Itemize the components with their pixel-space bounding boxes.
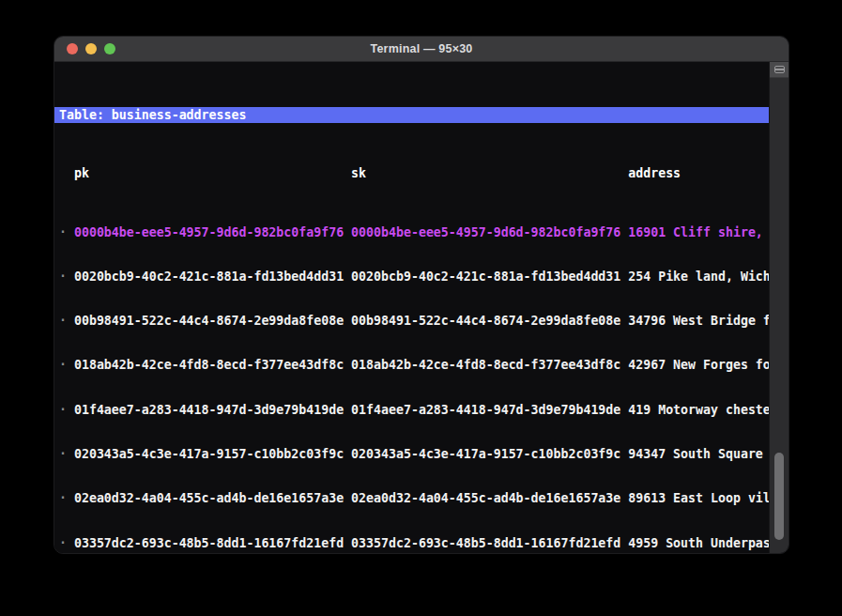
row-bullet: ·: [59, 446, 67, 462]
desktop-background: Terminal — 95×30 Table: business-address…: [0, 0, 842, 616]
traffic-lights: [67, 37, 115, 61]
window-titlebar[interactable]: Terminal — 95×30: [54, 37, 788, 62]
table-header-row: pk sk address: [54, 165, 769, 181]
row-bullet: ·: [59, 535, 67, 551]
row-address-cell: 419 Motorway cheste: [628, 402, 769, 418]
row-sk-cell: 01f4aee7-a283-4418-947d-3d9e79b419de: [351, 402, 620, 418]
row-pk-cell: 02ea0d32-4a04-455c-ad4b-de16e1657a3e: [74, 490, 344, 506]
row-pk-cell: 0000b4be-eee5-4957-9d6d-982bc0fa9f76: [74, 224, 344, 240]
table-row[interactable]: · 01f4aee7-a283-4418-947d-3d9e79b419de 0…: [54, 402, 769, 418]
table-row[interactable]: · 03357dc2-693c-48b5-8dd1-16167fd21efd 0…: [54, 535, 769, 551]
table-name-bar: Table: business-addresses: [54, 107, 769, 123]
row-pk-cell: 03357dc2-693c-48b5-8dd1-16167fd21efd: [74, 535, 344, 551]
row-address-cell: 89613 East Loop vil: [628, 490, 769, 506]
row-address-cell: 94347 South Square: [628, 446, 763, 462]
table-row[interactable]: · 0020bcb9-40c2-421c-881a-fd13bed4dd31 0…: [54, 269, 769, 285]
row-address-cell: 34796 West Bridge f: [628, 313, 769, 329]
row-pk-cell: 018ab42b-42ce-4fd8-8ecd-f377ee43df8c: [74, 357, 344, 373]
table-row[interactable]: · 020343a5-4c3e-417a-9157-c10bb2c03f9c 0…: [54, 446, 769, 462]
terminal-window: Terminal — 95×30 Table: business-address…: [54, 36, 789, 554]
row-bullet: ·: [59, 313, 67, 329]
row-sk-cell: 0000b4be-eee5-4957-9d6d-982bc0fa9f76: [351, 224, 620, 240]
split-pane-icon: [774, 66, 785, 73]
row-pk-cell: 0020bcb9-40c2-421c-881a-fd13bed4dd31: [74, 269, 344, 285]
column-header-address: address: [628, 165, 681, 181]
scrollbar-thumb[interactable]: [774, 453, 784, 540]
row-sk-cell: 0020bcb9-40c2-421c-881a-fd13bed4dd31: [351, 269, 620, 285]
row-bullet: ·: [59, 224, 67, 240]
row-bullet: ·: [59, 402, 67, 418]
terminal-screen: Table: business-addresses pk sk address …: [54, 62, 769, 553]
window-title: Terminal — 95×30: [371, 42, 473, 55]
row-sk-cell: 03357dc2-693c-48b5-8dd1-16167fd21efd: [351, 535, 620, 551]
table-row[interactable]: · 00b98491-522c-44c4-8674-2e99da8fe08e 0…: [54, 313, 769, 329]
row-bullet: ·: [59, 357, 67, 373]
row-pk-cell: 01f4aee7-a283-4418-947d-3d9e79b419de: [74, 402, 344, 418]
row-pk-cell: 00b98491-522c-44c4-8674-2e99da8fe08e: [74, 313, 344, 329]
row-address-cell: 42967 New Forges fo: [628, 357, 769, 373]
row-sk-cell: 00b98491-522c-44c4-8674-2e99da8fe08e: [351, 313, 620, 329]
split-pane-button[interactable]: [770, 62, 788, 78]
table-row[interactable]: · 02ea0d32-4a04-455c-ad4b-de16e1657a3e 0…: [54, 490, 769, 506]
row-sk-cell: 020343a5-4c3e-417a-9157-c10bb2c03f9c: [351, 446, 620, 462]
close-button[interactable]: [67, 43, 78, 54]
zoom-button[interactable]: [104, 43, 115, 54]
row-address-cell: 16901 Cliff shire,: [628, 224, 763, 240]
terminal-content: Table: business-addresses pk sk address …: [54, 62, 788, 553]
column-header-sk: sk: [351, 165, 366, 181]
row-pk-cell: 020343a5-4c3e-417a-9157-c10bb2c03f9c: [74, 446, 344, 462]
table-row[interactable]: · 018ab42b-42ce-4fd8-8ecd-f377ee43df8c 0…: [54, 357, 769, 373]
table-name-label: Table: business-addresses: [59, 107, 246, 123]
row-sk-cell: 02ea0d32-4a04-455c-ad4b-de16e1657a3e: [351, 490, 620, 506]
row-address-cell: 254 Pike land, Wich: [628, 269, 769, 285]
row-sk-cell: 018ab42b-42ce-4fd8-8ecd-f377ee43df8c: [351, 357, 620, 373]
scrollbar-track[interactable]: [769, 62, 788, 553]
minimize-button[interactable]: [85, 43, 97, 54]
column-header-pk: pk: [74, 165, 89, 181]
row-bullet: ·: [59, 269, 67, 285]
row-address-cell: 4959 South Underpas: [628, 535, 769, 551]
row-bullet: ·: [59, 490, 67, 506]
table-row[interactable]: · 0000b4be-eee5-4957-9d6d-982bc0fa9f76 0…: [54, 224, 769, 240]
